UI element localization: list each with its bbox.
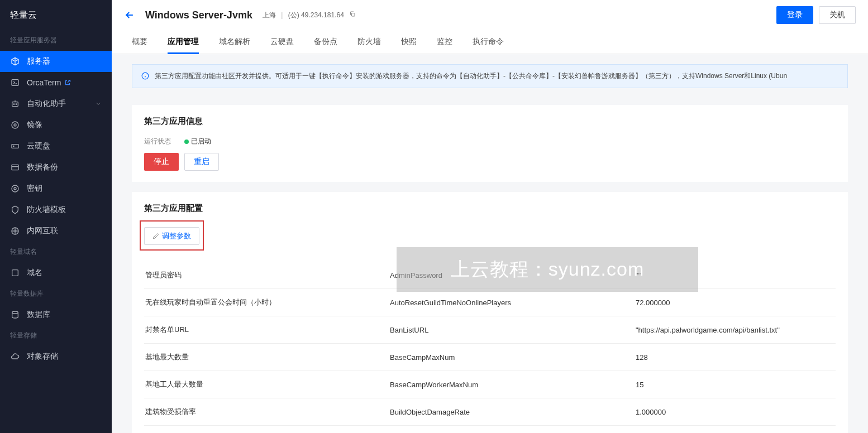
panel-info-title: 第三方应用信息 — [144, 116, 836, 127]
sidebar-section-title: 轻量数据库 — [0, 283, 112, 304]
login-button[interactable]: 登录 — [776, 6, 813, 24]
sidebar-item-label: 对象存储 — [27, 352, 58, 362]
sidebar-item-hdd[interactable]: 云硬盘 — [0, 136, 112, 157]
page-title: Windows Server-Jvmk — [145, 9, 252, 21]
sidebar-item-disc[interactable]: 镜像 — [0, 114, 112, 136]
config-name: 基地工人最大数量 — [144, 379, 390, 389]
svg-point-7 — [13, 146, 14, 146]
shutdown-button[interactable]: 关机 — [819, 6, 856, 24]
tab-6[interactable]: 快照 — [401, 30, 417, 54]
config-value: 72.000000 — [636, 299, 836, 307]
config-row: 建筑物受损倍率BuildObjectDamageRate1.000000 — [144, 398, 836, 426]
sidebar-section-title: 轻量存储 — [0, 325, 112, 346]
panel-config-title: 第三方应用配置 — [144, 203, 836, 214]
config-row: 无在线玩家时自动重置公会时间（小时）AutoResetGuildTimeNoOn… — [144, 289, 836, 316]
restart-button[interactable]: 重启 — [184, 153, 219, 171]
config-name: 基地最大数量 — [144, 352, 390, 362]
tab-7[interactable]: 监控 — [437, 30, 452, 54]
pencil-icon — [152, 233, 159, 239]
svg-rect-8 — [12, 165, 18, 170]
svg-point-2 — [13, 104, 14, 104]
sidebar-item-globe[interactable]: 域名 — [0, 262, 112, 283]
svg-point-3 — [16, 104, 16, 104]
copy-icon[interactable] — [349, 11, 356, 19]
sidebar-item-database[interactable]: 数据库 — [0, 304, 112, 325]
sidebar-item-label: 密钥 — [27, 184, 42, 194]
config-row: 封禁名单URLBanListURL"https://api.palworldga… — [144, 316, 836, 344]
tabs: 概要应用管理域名解析云硬盘备份点防火墙快照监控执行命令 — [112, 30, 868, 54]
config-name: 无在线玩家时自动重置公会时间（小时） — [144, 297, 390, 307]
sidebar-item-backup[interactable]: 数据备份 — [0, 157, 112, 178]
shield-icon — [10, 205, 20, 215]
network-icon — [10, 226, 20, 236]
config-row: 建筑物劣化受损倍率BuildObjectDeteriorationDamageR… — [144, 426, 836, 433]
config-row: 基地工人最大数量BaseCampWorkerMaxNum15 — [144, 371, 836, 398]
svg-point-9 — [12, 185, 18, 192]
tab-4[interactable]: 备份点 — [314, 30, 337, 54]
tab-8[interactable]: 执行命令 — [473, 30, 504, 54]
robot-icon — [10, 99, 20, 109]
config-key: AdminPassword — [390, 271, 636, 280]
disc-icon — [10, 120, 20, 130]
tab-0[interactable]: 概要 — [132, 30, 147, 54]
sidebar-item-network[interactable]: 内网互联 — [0, 220, 112, 242]
panel-app-info: 第三方应用信息 运行状态 已启动 停止 重启 — [132, 105, 848, 182]
svg-rect-6 — [12, 145, 18, 148]
brand-logo: 轻量云 — [0, 0, 112, 30]
sidebar-section-title: 轻量域名 — [0, 242, 112, 262]
highlight-box: 调整参数 — [140, 220, 204, 251]
config-key: BaseCampMaxNum — [390, 353, 636, 362]
sidebar-section-title: 轻量应用服务器 — [0, 30, 112, 51]
config-key: BaseCampWorkerMaxNum — [390, 381, 636, 389]
config-value: "https://api.palworldgame.com/api/banlis… — [636, 326, 836, 334]
sidebar-item-label: 云硬盘 — [27, 141, 50, 151]
sidebar-item-robot[interactable]: 自动化助手 — [0, 93, 112, 114]
info-alert: 第三方应用配置功能由社区开发并提供。可适用于一键【执行命令】安装的游戏服务器，支… — [132, 64, 848, 88]
key-icon — [10, 184, 20, 194]
sidebar-item-label: 数据库 — [27, 310, 50, 320]
sidebar-item-terminal[interactable]: OrcaTerm — [0, 72, 112, 93]
sidebar-item-label: 域名 — [27, 268, 42, 278]
svg-rect-1 — [12, 102, 18, 107]
svg-point-4 — [12, 122, 18, 128]
svg-point-5 — [14, 124, 16, 126]
config-value: 1.000000 — [636, 408, 836, 416]
stop-button[interactable]: 停止 — [144, 153, 179, 171]
svg-point-13 — [12, 311, 18, 314]
status-dot-icon — [184, 139, 189, 144]
terminal-icon — [10, 78, 20, 88]
config-row: 管理员密码AdminPassword"" — [144, 262, 836, 289]
tab-5[interactable]: 防火墙 — [357, 30, 381, 54]
sidebar-item-cube[interactable]: 服务器 — [0, 51, 112, 72]
alert-text: 第三方应用配置功能由社区开发并提供。可适用于一键【执行命令】安装的游戏服务器，支… — [155, 71, 787, 81]
sidebar-item-cloud[interactable]: 对象存储 — [0, 346, 112, 367]
cloud-icon — [10, 352, 20, 362]
adjust-params-button[interactable]: 调整参数 — [144, 227, 199, 245]
tab-2[interactable]: 域名解析 — [219, 30, 250, 54]
status-label: 运行状态 — [144, 137, 171, 146]
config-key: BanListURL — [390, 326, 636, 334]
svg-point-10 — [14, 187, 16, 190]
tab-3[interactable]: 云硬盘 — [270, 30, 294, 54]
config-name: 管理员密码 — [144, 270, 390, 280]
config-name: 封禁名单URL — [144, 325, 390, 335]
backup-icon — [10, 162, 20, 172]
tab-1[interactable]: 应用管理 — [168, 30, 199, 54]
svg-rect-14 — [352, 13, 355, 16]
config-name: 建筑物受损倍率 — [144, 407, 390, 417]
status-value: 已启动 — [191, 137, 211, 146]
sidebar-item-shield[interactable]: 防火墙模板 — [0, 199, 112, 220]
sidebar-item-label: OrcaTerm — [27, 78, 61, 87]
back-icon[interactable] — [124, 9, 135, 21]
config-key: BuildObjectDamageRate — [390, 408, 636, 416]
svg-rect-12 — [12, 270, 18, 276]
sidebar: 轻量云 轻量应用服务器服务器OrcaTerm自动化助手镜像云硬盘数据备份密钥防火… — [0, 0, 112, 433]
sidebar-item-key[interactable]: 密钥 — [0, 178, 112, 199]
chevron-down-icon — [95, 100, 102, 107]
cube-icon — [10, 56, 20, 66]
sidebar-item-label: 数据备份 — [27, 162, 58, 172]
topbar: Windows Server-Jvmk 上海 | (公) 49.234.181.… — [112, 0, 868, 30]
panel-app-config: 第三方应用配置 调整参数 管理员密码AdminPassword""无在线玩家时自… — [132, 192, 848, 433]
config-value: 15 — [636, 381, 836, 389]
info-icon — [141, 72, 149, 80]
